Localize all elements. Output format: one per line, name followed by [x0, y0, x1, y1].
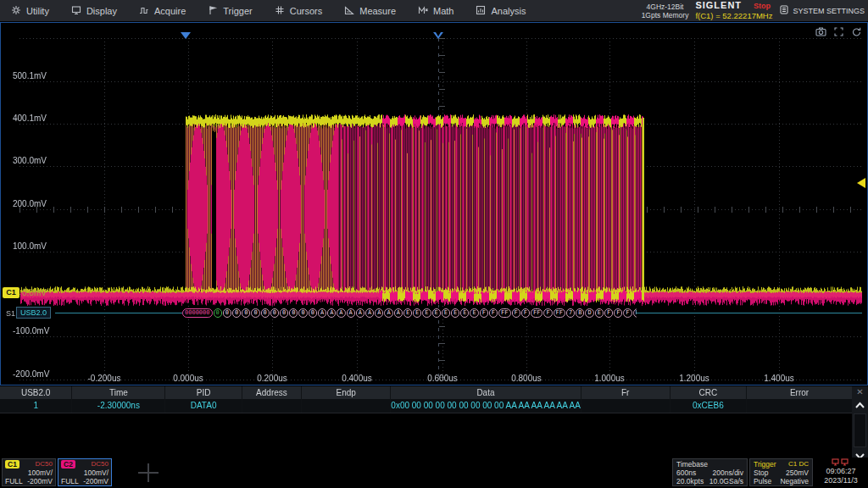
time-label: 0.800us — [511, 374, 542, 383]
menu-label: Acquire — [154, 6, 186, 16]
voltage-label: 300.0mV — [13, 156, 47, 165]
camera-icon[interactable] — [815, 25, 826, 41]
timebase-title: Timebase — [676, 460, 708, 469]
decode-data-segment: A — [384, 308, 392, 318]
table-scrollbar[interactable]: ✕ — [852, 386, 868, 463]
decode-data-segment: E — [442, 308, 450, 318]
channel1-ground-badge[interactable]: C1 — [3, 287, 19, 298]
decode-data-segment: B — [576, 308, 584, 318]
trigger-source: C1 DC — [788, 460, 809, 469]
timebase-rate: 10.0GSa/s — [709, 477, 743, 485]
clock-time: 09:06:27 — [815, 467, 867, 476]
decode-data-segment: D — [585, 308, 593, 318]
decode-data-segment: A — [375, 308, 383, 318]
serial-bus-badge[interactable]: USB2.0 — [16, 307, 51, 319]
timebase-descriptor[interactable]: Timebase 600ns 200ns/div 20.0kpts 10.0GS… — [672, 458, 748, 486]
channel1-descriptor[interactable]: C1 DC50 100mV/ FULL -200mV — [2, 458, 56, 486]
menu-utility[interactable]: Utility — [0, 0, 60, 21]
time-label: 0.200us — [257, 374, 287, 383]
col-header: PID — [165, 386, 242, 399]
decode-data-segment: E — [595, 308, 604, 318]
decode-data-segment: A — [347, 308, 355, 318]
decode-data-segment: A — [327, 308, 336, 318]
decode-data-segment: F — [480, 308, 488, 318]
cell-address — [242, 399, 302, 413]
menu-trigger[interactable]: Trigger — [197, 0, 263, 21]
cell-crc: 0xCEB6 — [670, 399, 747, 413]
cell-fr — [581, 399, 670, 413]
scrollbar-thumb[interactable] — [854, 413, 866, 447]
decode-data-segment: F — [489, 308, 498, 318]
decode-data-segment: 0 — [261, 308, 270, 318]
scale-label: 100mV/ — [84, 469, 108, 477]
time-label: 1.200us — [679, 374, 709, 383]
decode-data-segment: 0 — [289, 308, 298, 318]
cell-endp — [302, 399, 391, 413]
decoder-segments: 000000000000000000AAAAAAAAAEEEEEEEEFFFFF… — [182, 308, 637, 319]
decode-data-segment: 0 — [298, 308, 307, 318]
measure-icon — [344, 5, 354, 17]
zoom-expand-icon[interactable] — [833, 25, 844, 41]
col-header: Endp — [302, 386, 391, 399]
decode-sync-segment: 0000000 — [182, 308, 213, 318]
voltage-label: -100.0mV — [13, 326, 49, 336]
close-icon[interactable]: ✕ — [856, 386, 863, 397]
add-channel-button[interactable] — [129, 460, 168, 485]
col-header: Error — [747, 386, 852, 399]
time-label: 0.400us — [342, 374, 372, 383]
decode-data-segment: A — [337, 308, 345, 318]
decode-data-segment: FC — [633, 308, 637, 318]
system-settings-button[interactable]: SYSTEM SETTINGS — [779, 5, 865, 16]
menu-label: Utility — [26, 6, 49, 16]
menu-label: Measure — [359, 6, 396, 16]
col-header: Address — [242, 386, 302, 399]
menu-display[interactable]: Display — [60, 0, 128, 21]
table-row[interactable]: 1 -2.30000ns DATA0 0x00 00 00 00 00 00 0… — [0, 399, 852, 413]
waveform-canvas — [1, 23, 867, 385]
scroll-up-icon[interactable] — [854, 397, 865, 413]
cell-pid: DATA0 — [165, 399, 242, 413]
menu-acquire[interactable]: Acquire — [128, 0, 197, 21]
trigger-level-marker[interactable] — [857, 178, 865, 188]
network-icon[interactable] — [815, 458, 867, 467]
decode-data-segment: 0 — [223, 308, 231, 318]
trigger-delay-marker[interactable] — [433, 32, 443, 39]
decode-data-segment: F — [623, 308, 632, 318]
decode-data-segment: E — [413, 308, 421, 318]
voltage-label: 100.0mV — [13, 241, 47, 251]
channel1-badge: C1 — [5, 460, 19, 469]
decode-data-segment: A — [394, 308, 403, 318]
math-icon — [418, 5, 428, 17]
display-icon — [71, 5, 81, 17]
col-header: Data — [391, 386, 581, 399]
decode-data-segment: 0 — [309, 308, 317, 318]
menu-cursors[interactable]: Cursors — [264, 0, 334, 21]
decode-data-segment: E — [422, 308, 431, 318]
decode-data-segment: E — [451, 308, 459, 318]
decode-data-segment: A — [318, 308, 326, 318]
decode-data-segment: E — [460, 308, 469, 318]
rotate-icon[interactable] — [851, 25, 862, 41]
menu-measure[interactable]: Measure — [333, 0, 407, 21]
waveform-display[interactable]: 500.1mV 400.1mV 300.0mV 200.0mV 100.0mV … — [0, 22, 868, 385]
trigger-position-marker[interactable] — [181, 32, 191, 39]
decode-data-segment: F — [512, 308, 520, 318]
menu-math[interactable]: Math — [407, 0, 465, 21]
menu-label: Trigger — [223, 6, 252, 16]
brand-block: SIGLENT Stop f(C1) = 52.22217MHz — [695, 1, 772, 20]
menu-analysis[interactable]: Analysis — [465, 0, 537, 21]
trigger-descriptor[interactable]: Trigger C1 DC Stop 250mV Pulse Negative — [749, 458, 813, 486]
zero-volt-label: 0.0mV — [22, 288, 47, 297]
decode-data-segment: 7 — [566, 308, 575, 318]
channel2-descriptor[interactable]: C2 DC50 100mV/ FULL -200mV — [58, 458, 112, 486]
decode-data-segment: E — [470, 308, 478, 318]
decode-table[interactable]: USB2.0 Time PID Address Endp Data Fr CRC… — [0, 386, 852, 413]
voltage-label: 500.1mV — [13, 71, 47, 80]
analysis-icon — [476, 5, 486, 17]
decode-data-segment: F — [614, 308, 622, 318]
menu-label: Cursors — [290, 6, 323, 16]
gear-icon — [11, 5, 21, 17]
cell-error — [747, 399, 852, 413]
offset-label: -200mV — [27, 477, 53, 485]
bandwidth-label: FULL — [5, 477, 23, 485]
